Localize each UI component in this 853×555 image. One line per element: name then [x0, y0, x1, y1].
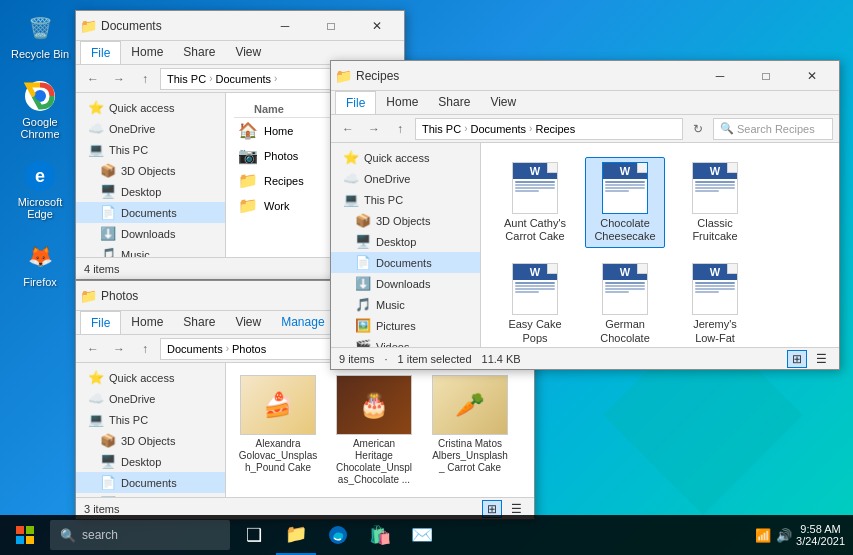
nav-item-quick-access[interactable]: ⭐ Quick access [76, 97, 225, 118]
search-icon: 🔍 [720, 122, 734, 135]
documents-forward-button[interactable]: → [108, 68, 130, 90]
nav-item-onedrive[interactable]: ☁️ OneDrive [76, 118, 225, 139]
recipes-nav-desktop[interactable]: 🖥️ Desktop [331, 231, 480, 252]
recipes-nav-this-pc[interactable]: 💻 This PC [331, 189, 480, 210]
documents-close-button[interactable]: ✕ [354, 11, 400, 41]
recipes-tab-view[interactable]: View [480, 91, 526, 114]
recipes-nav-3d-objects[interactable]: 📦 3D Objects [331, 210, 480, 231]
photos-up-button[interactable]: ↑ [134, 338, 156, 360]
taskbar-edge-button[interactable] [318, 515, 358, 555]
tray-network-icon[interactable]: 📶 [755, 528, 771, 543]
nav-item-desktop[interactable]: 🖥️ Desktop [76, 181, 225, 202]
recipes-nav-music[interactable]: 🎵 Music [331, 294, 480, 315]
recipes-nav-documents[interactable]: 📄 Documents [331, 252, 480, 273]
start-button[interactable] [0, 515, 50, 555]
recipes-up-button[interactable]: ↑ [389, 118, 411, 140]
desktop: 🗑️ Recycle Bin Google Chrome e [0, 0, 853, 555]
recipes-refresh-button[interactable]: ↻ [687, 118, 709, 140]
documents-tab-home[interactable]: Home [121, 41, 173, 64]
recipes-tab-home[interactable]: Home [376, 91, 428, 114]
documents-tab-share[interactable]: Share [173, 41, 225, 64]
recipes-nav-downloads[interactable]: ⬇️ Downloads [331, 273, 480, 294]
svg-rect-5 [16, 526, 24, 534]
recipes-search-box[interactable]: 🔍 Search Recipes [713, 118, 833, 140]
nav-item-music[interactable]: 🎵 Music [76, 244, 225, 257]
photos-tab-share[interactable]: Share [173, 311, 225, 334]
recipes-nav-pictures[interactable]: 🖼️ Pictures [331, 315, 480, 336]
svg-point-2 [35, 91, 45, 101]
recipes-minimize-button[interactable]: ─ [697, 61, 743, 91]
desktop-icon-firefox[interactable]: 🦊 Firefox [10, 238, 70, 288]
photo-item-american-heritage[interactable]: 🎂 American Heritage Chocolate_Unsplas_Ch… [334, 375, 414, 486]
svg-text:e: e [35, 166, 45, 186]
taskbar-file-explorer-button[interactable]: 📁 [276, 515, 316, 555]
large-icons-view-button[interactable]: ⊞ [787, 350, 807, 368]
photos-back-button[interactable]: ← [82, 338, 104, 360]
taskbar-tray: 📶 🔊 9:58 AM 3/24/2021 [755, 523, 853, 547]
recipes-address-bar: ← → ↑ This PC › Documents › Recipes ↻ 🔍 … [331, 115, 839, 143]
photos-tab-manage[interactable]: Manage [271, 311, 334, 334]
recipes-icons-view: W Aunt Cathy'sCarrot Cake [487, 149, 833, 347]
photo-label-cristina: Cristina Matos Albers_Unsplash_ Carrot C… [430, 438, 510, 474]
file-icon-classic-fruitcake[interactable]: W Classic Fruitcake [675, 157, 755, 248]
photos-nav-desktop[interactable]: 🖥️ Desktop [76, 451, 225, 472]
tray-volume-icon[interactable]: 🔊 [776, 528, 792, 543]
documents-maximize-button[interactable]: □ [308, 11, 354, 41]
photos-nav-documents[interactable]: 📄 Documents [76, 472, 225, 493]
photos-tab-home[interactable]: Home [121, 311, 173, 334]
photos-nav-3d-objects[interactable]: 📦 3D Objects [76, 430, 225, 451]
photo-item-cristina[interactable]: 🥕 Cristina Matos Albers_Unsplash_ Carrot… [430, 375, 510, 486]
nav-item-3d-objects[interactable]: 📦 3D Objects [76, 160, 225, 181]
taskbar-mail-button[interactable]: ✉️ [402, 515, 442, 555]
taskbar-apps: ❑ 📁 🛍️ ✉️ [234, 515, 442, 555]
desktop-icon-chrome[interactable]: Google Chrome [10, 78, 70, 140]
path-thispc: This PC [422, 123, 461, 135]
nav-item-downloads[interactable]: ⬇️ Downloads [76, 223, 225, 244]
photos-nav-quick-access[interactable]: ⭐ Quick access [76, 367, 225, 388]
photos-forward-button[interactable]: → [108, 338, 130, 360]
recipes-nav-videos[interactable]: 🎬 Videos [331, 336, 480, 347]
file-icon-german-chocolate[interactable]: W GermanChocolate Cake [585, 258, 665, 347]
photos-tab-view[interactable]: View [225, 311, 271, 334]
taskbar-search-bar[interactable]: 🔍 search [50, 520, 230, 550]
recipes-close-button[interactable]: ✕ [789, 61, 835, 91]
nav-item-documents[interactable]: 📄 Documents [76, 202, 225, 223]
file-icon-chocolate-cheesecake[interactable]: W ChocolateCheesecake [585, 157, 665, 248]
recipes-nav-quick-access[interactable]: ⭐ Quick access [331, 147, 480, 168]
desktop-icon-edge[interactable]: e Microsoft Edge [10, 158, 70, 220]
recipes-address-path[interactable]: This PC › Documents › Recipes [415, 118, 683, 140]
list-view-button[interactable]: ☰ [811, 350, 831, 368]
documents-tab-view[interactable]: View [225, 41, 271, 64]
recipes-tab-file[interactable]: File [335, 91, 376, 114]
recipes-folder-icon: 📁 [335, 68, 352, 84]
documents-up-button[interactable]: ↑ [134, 68, 156, 90]
photo-item-alexandra[interactable]: 🍰 Alexandra Golovac_Unsplas h_Pound Cake [238, 375, 318, 486]
documents-window-controls: ─ □ ✕ [262, 11, 400, 41]
photo-label-american-heritage: American Heritage Chocolate_Unsplas_Choc… [334, 438, 414, 486]
recipes-forward-button[interactable]: → [363, 118, 385, 140]
taskbar-task-view-button[interactable]: ❑ [234, 515, 274, 555]
recipes-nav-onedrive[interactable]: ☁️ OneDrive [331, 168, 480, 189]
recipes-tab-share[interactable]: Share [428, 91, 480, 114]
photo-thumb-alexandra: 🍰 [240, 375, 316, 435]
nav-item-this-pc[interactable]: 💻 This PC [76, 139, 225, 160]
file-icon-aunt-cathys[interactable]: W Aunt Cathy'sCarrot Cake [495, 157, 575, 248]
taskbar-date-display: 3/24/2021 [796, 535, 845, 547]
photo-thumb-cristina: 🥕 [432, 375, 508, 435]
photos-tab-file[interactable]: File [80, 311, 121, 334]
desktop-icon-recycle-bin[interactable]: 🗑️ Recycle Bin [10, 10, 70, 60]
taskbar-store-button[interactable]: 🛍️ [360, 515, 400, 555]
taskbar-clock[interactable]: 9:58 AM 3/24/2021 [796, 523, 845, 547]
file-icon-jeremys-cheesecake[interactable]: W Jeremy's Low-FatCheesecake [675, 258, 755, 347]
recipes-back-button[interactable]: ← [337, 118, 359, 140]
recipes-maximize-button[interactable]: □ [743, 61, 789, 91]
file-icon-easy-cake-pops[interactable]: W Easy Cake Pops [495, 258, 575, 347]
documents-nav-pane: ⭐ Quick access ☁️ OneDrive 💻 This PC 📦 3… [76, 93, 226, 257]
documents-tab-file[interactable]: File [80, 41, 121, 64]
photos-nav-onedrive[interactable]: ☁️ OneDrive [76, 388, 225, 409]
file-label: Classic Fruitcake [680, 217, 750, 243]
photos-nav-this-pc[interactable]: 💻 This PC [76, 409, 225, 430]
firefox-label: Firefox [23, 276, 57, 288]
documents-back-button[interactable]: ← [82, 68, 104, 90]
documents-minimize-button[interactable]: ─ [262, 11, 308, 41]
